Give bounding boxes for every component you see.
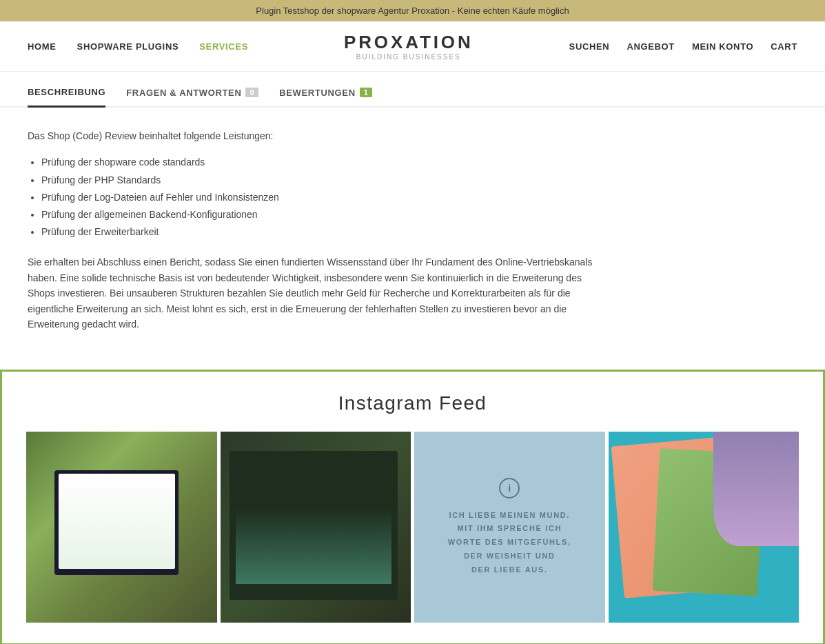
tab-fragen-antworten[interactable]: FRAGEN & ANTWORTEN 0 bbox=[126, 79, 258, 106]
tab-fragen-label: FRAGEN & ANTWORTEN bbox=[126, 88, 241, 98]
instagram-image-cards bbox=[609, 432, 799, 623]
banner-text: Plugin Testshop der shopware Agentur Pro… bbox=[256, 6, 569, 16]
product-description: Das Shop (Code) Review beinhaltet folgen… bbox=[0, 108, 620, 370]
instagram-item-1[interactable] bbox=[26, 432, 217, 623]
content-body: Sie erhalten bei Abschluss einen Bericht… bbox=[28, 254, 593, 332]
tab-beschreibung[interactable]: BESCHREIBUNG bbox=[28, 79, 105, 108]
instagram-image-dashboard bbox=[221, 432, 411, 623]
nav-services[interactable]: SERVICES bbox=[199, 41, 248, 52]
instagram-item-3[interactable]: i ICH LIEBE MEINEN MUND.MIT IHM SPRECHE … bbox=[414, 432, 605, 623]
logo[interactable]: PROXATION BUILDING BUSINESSES bbox=[344, 32, 473, 61]
instagram-image-quote: i ICH LIEBE MEINEN MUND.MIT IHM SPRECHE … bbox=[414, 432, 605, 623]
tab-bewertungen-badge: 1 bbox=[360, 88, 373, 97]
quote-circle-icon: i bbox=[499, 478, 520, 499]
instagram-item-2[interactable] bbox=[221, 432, 411, 623]
logo-subtitle: BUILDING BUSINESSES bbox=[344, 53, 473, 61]
tab-bewertungen[interactable]: BEWERTUNGEN 1 bbox=[279, 79, 372, 106]
instagram-image-laptop-coffee bbox=[26, 432, 217, 623]
lavender-decoration bbox=[713, 432, 799, 546]
nav-mein-konto[interactable]: MEIN KONTO bbox=[692, 41, 753, 52]
list-item-3: Prüfung der Log-Dateien auf Fehler und I… bbox=[41, 189, 593, 206]
list-item-2: Prüfung der PHP Standards bbox=[41, 172, 593, 189]
nav-cart[interactable]: CART bbox=[771, 41, 797, 52]
list-item-1: Prüfung der shopware code standards bbox=[41, 154, 593, 171]
instagram-item-4[interactable] bbox=[609, 432, 799, 623]
top-banner: Plugin Testshop der shopware Agentur Pro… bbox=[0, 0, 825, 21]
content-intro: Das Shop (Code) Review beinhaltet folgen… bbox=[28, 128, 593, 143]
content-list: Prüfung der shopware code standards Prüf… bbox=[41, 154, 593, 241]
tab-beschreibung-label: BESCHREIBUNG bbox=[28, 87, 105, 97]
logo-title: PROXATION bbox=[344, 32, 473, 53]
tab-fragen-badge: 0 bbox=[245, 88, 258, 97]
list-item-4: Prüfung der allgemeinen Backend-Konfigur… bbox=[41, 206, 593, 223]
nav-suchen[interactable]: SUCHEN bbox=[569, 41, 610, 52]
instagram-section: Instagram Feed i ICH LIEBE MEINEN MUND.M… bbox=[0, 370, 825, 644]
nav-home[interactable]: HOME bbox=[28, 41, 57, 52]
quote-text: ICH LIEBE MEINEN MUND.MIT IHM SPRECHE IC… bbox=[448, 509, 571, 577]
list-item-5: Prüfung der Erweiterbarkeit bbox=[41, 223, 593, 241]
nav-left: HOME SHOPWARE PLUGINS SERVICES bbox=[28, 41, 248, 52]
nav-right: SUCHEN ANGEBOT MEIN KONTO CART bbox=[569, 41, 797, 52]
nav-angebot[interactable]: ANGEBOT bbox=[627, 41, 675, 52]
nav-shopware-plugins[interactable]: SHOPWARE PLUGINS bbox=[77, 41, 179, 52]
tab-bewertungen-label: BEWERTUNGEN bbox=[279, 88, 355, 98]
instagram-title: Instagram Feed bbox=[2, 392, 823, 414]
product-tabs: BESCHREIBUNG FRAGEN & ANTWORTEN 0 BEWERT… bbox=[0, 79, 825, 108]
instagram-grid: i ICH LIEBE MEINEN MUND.MIT IHM SPRECHE … bbox=[2, 432, 823, 623]
header: HOME SHOPWARE PLUGINS SERVICES PROXATION… bbox=[0, 21, 825, 72]
